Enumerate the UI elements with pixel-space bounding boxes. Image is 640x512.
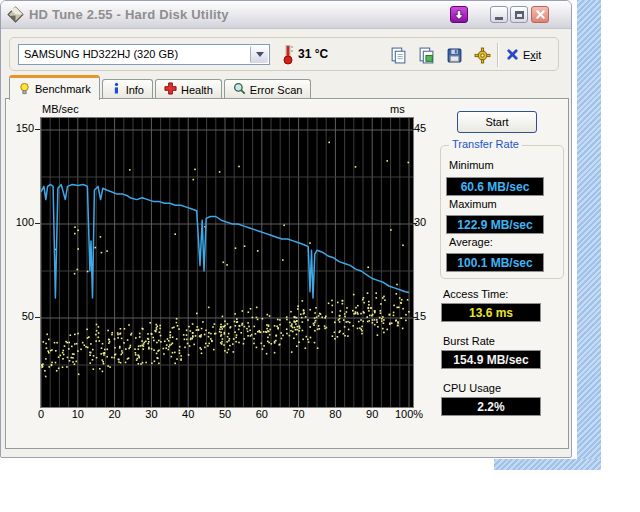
tab-health[interactable]: Health [155,79,222,99]
y-right-tick-label: 45 [414,122,438,134]
cpu-usage-value: 2.2% [441,397,541,416]
toolbar-separator [497,43,499,67]
drive-select-dropdown[interactable]: SAMSUNG HD322HJ (320 GB) [18,44,270,65]
download-arrow-icon[interactable] [450,6,468,23]
tab-info[interactable]: Info [102,79,153,99]
right-axis-unit: ms [390,103,405,115]
tab-health-label: Health [181,84,213,96]
lightbulb-icon [18,82,31,97]
minimum-value: 60.6 MB/sec [446,177,544,196]
tab-error-scan-label: Error Scan [250,84,303,96]
temperature-value: 31 °C [298,47,328,61]
maximum-value: 122.9 MB/sec [446,215,544,234]
drive-select-value: SAMSUNG HD322HJ (320 GB) [24,48,178,60]
x-tick-label: 40 [171,408,205,420]
x-tick-label: 0 [24,408,58,420]
axis-tick [412,129,417,130]
axis-tick [412,223,417,224]
burst-rate-label: Burst Rate [443,335,495,347]
exit-label: Exit [523,49,541,61]
toolbar: SAMSUNG HD322HJ (320 GB) 31 °C [9,37,559,71]
combo-dropdown-arrow-icon[interactable] [250,46,268,63]
cpu-usage-label: CPU Usage [443,382,501,394]
axis-tick [35,317,40,318]
y-left-tick-label: 100 [6,216,34,228]
copy-image-icon[interactable] [416,45,436,65]
plot-svg [41,118,413,407]
close-icon[interactable] [531,6,549,23]
maximum-label: Maximum [449,198,497,210]
tab-benchmark-label: Benchmark [35,83,91,95]
x-tick-label: 100% [392,408,426,420]
magnifier-icon [233,82,246,97]
info-icon [111,82,122,97]
tab-benchmark[interactable]: Benchmark [9,75,100,100]
tab-bar: Benchmark Info Health Error Scan [9,76,313,99]
burst-rate-value: 154.9 MB/sec [441,350,541,369]
tab-error-scan[interactable]: Error Scan [224,79,312,99]
y-right-tick-label: 30 [414,216,438,228]
copy-icon[interactable] [388,45,408,65]
transfer-rate-group-label: Transfer Rate [449,138,522,150]
x-tick-label: 70 [282,408,316,420]
transfer-rate-group: Transfer Rate Minimum 60.6 MB/sec Maximu… [440,145,564,279]
start-button[interactable]: Start [457,111,537,133]
x-tick-label: 50 [208,408,242,420]
average-label: Average: [449,236,493,248]
left-axis-unit: MB/sec [42,103,79,115]
maximize-icon[interactable] [510,6,528,23]
health-cross-icon [164,82,177,97]
axis-tick [35,223,40,224]
options-gear-icon[interactable] [472,45,492,65]
minimize-icon[interactable] [490,6,508,23]
average-value: 100.1 MB/sec [446,253,544,272]
y-right-tick-label: 15 [414,310,438,322]
exit-x-icon [506,48,519,63]
x-tick-label: 20 [98,408,132,420]
wallpaper-stripe-bottom [494,459,601,470]
wallpaper-stripe-right [577,0,601,470]
x-tick-label: 80 [318,408,352,420]
hd-tune-window: HD Tune 2.55 - Hard Disk Utility SAMSUNG… [0,0,572,458]
thermometer-icon [282,42,294,66]
x-tick-label: 30 [134,408,168,420]
benchmark-chart: MB/sec ms 150100504530150102030405060708… [6,99,436,450]
plot-area [40,117,414,408]
axis-tick [412,317,417,318]
titlebar[interactable]: HD Tune 2.55 - Hard Disk Utility [1,1,571,29]
y-left-tick-label: 50 [6,310,34,322]
save-icon[interactable] [444,45,464,65]
access-time-value: 13.6 ms [441,303,541,322]
x-tick-label: 90 [355,408,389,420]
axis-tick [35,129,40,130]
exit-button[interactable]: Exit [506,44,541,66]
tab-info-label: Info [126,84,144,96]
access-time-label: Access Time: [443,288,508,300]
minimum-label: Minimum [449,159,494,171]
x-tick-label: 10 [61,408,95,420]
window-title: HD Tune 2.55 - Hard Disk Utility [29,7,229,22]
x-tick-label: 60 [245,408,279,420]
hd-tune-diamond-icon [7,6,24,23]
benchmark-panel: MB/sec ms 150100504530150102030405060708… [5,98,569,449]
y-left-tick-label: 150 [6,122,34,134]
